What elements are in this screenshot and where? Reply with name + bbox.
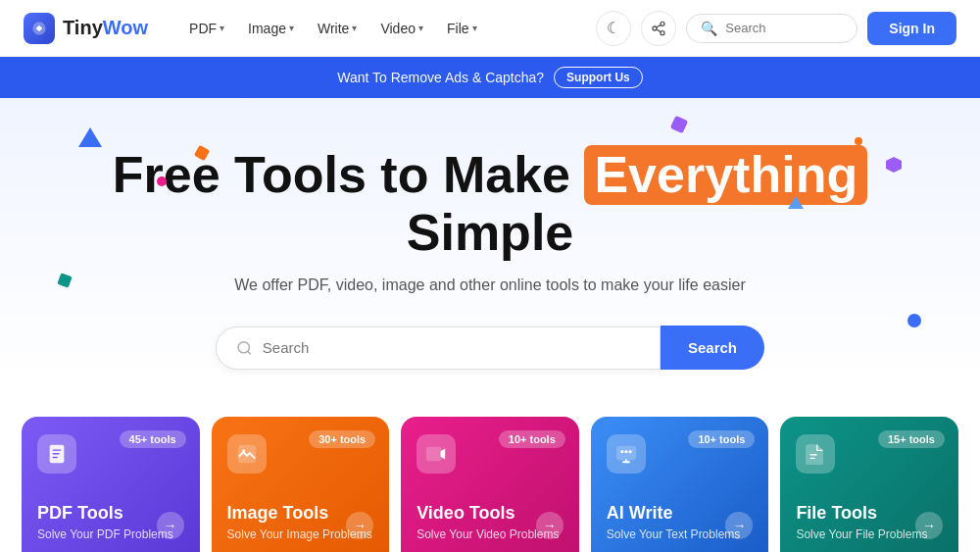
svg-rect-19 [810, 454, 817, 455]
card-file-icon [796, 434, 835, 474]
deco-circle-3 [907, 314, 921, 327]
svg-rect-11 [52, 457, 58, 458]
svg-point-6 [238, 342, 249, 353]
card-pdf[interactable]: 45+ tools PDF Tools Solve Your PDF Probl… [22, 417, 200, 552]
nav-item-video[interactable]: Video▾ [370, 15, 433, 42]
deco-circle-1 [157, 176, 167, 186]
support-button[interactable]: Support Us [554, 67, 643, 88]
deco-triangle-1 [78, 127, 102, 147]
svg-point-3 [661, 30, 664, 34]
dark-mode-button[interactable]: ☾ [596, 11, 631, 46]
hero-subtitle: We offer PDF, video, image and other onl… [24, 276, 956, 294]
logo-icon [24, 13, 55, 44]
card-pdf-arrow: → [157, 512, 184, 539]
svg-rect-10 [52, 453, 59, 454]
nav-items: PDF▾ Image▾ Write▾ Video▾ File▾ [179, 15, 596, 42]
card-ai-top: 10+ tools AI Write Solve Your Text Probl… [591, 417, 769, 552]
svg-rect-9 [52, 450, 61, 451]
nav-item-file[interactable]: File▾ [437, 15, 487, 42]
card-pdf-icon [37, 434, 76, 474]
card-image-top: 30+ tools Image Tools Solve Your Image P… [212, 417, 390, 552]
card-image[interactable]: 30+ tools Image Tools Solve Your Image P… [212, 417, 390, 552]
card-image-icon [227, 434, 267, 474]
card-ai-icon [607, 434, 646, 474]
hero-search-icon [236, 339, 253, 357]
header-search-input[interactable] [725, 21, 843, 35]
svg-rect-18 [629, 451, 632, 454]
card-video-icon [416, 434, 456, 474]
header-search-box[interactable]: 🔍 [686, 14, 858, 43]
deco-circle-2 [855, 137, 862, 145]
svg-rect-14 [427, 448, 441, 461]
card-ai-badge: 10+ tools [688, 430, 755, 448]
nav-right: ☾ 🔍 Sign In [596, 11, 956, 46]
hero-search-button[interactable]: Search [661, 326, 764, 370]
promo-banner: Want To Remove Ads & Captcha? Support Us [0, 57, 980, 98]
nav-item-image[interactable]: Image▾ [238, 15, 304, 42]
card-video-top: 10+ tools Video Tools Solve Your Video P… [401, 417, 579, 552]
card-video-badge: 10+ tools [499, 430, 565, 448]
svg-point-2 [653, 26, 657, 30]
signin-button[interactable]: Sign In [867, 12, 956, 45]
card-video[interactable]: 10+ tools Video Tools Solve Your Video P… [401, 417, 579, 552]
svg-line-4 [657, 29, 662, 32]
deco-triangle-2 [788, 196, 804, 209]
hero-search-box[interactable] [216, 326, 661, 370]
card-file[interactable]: 15+ tools File Tools Solve Your File Pro… [780, 417, 958, 552]
hero-section: Free Tools to Make Everything Simple We … [0, 98, 980, 389]
svg-rect-16 [620, 451, 623, 454]
hero-title-end: Simple [407, 204, 574, 261]
nav-item-pdf[interactable]: PDF▾ [179, 15, 234, 42]
card-pdf-badge: 45+ tools [120, 430, 186, 448]
svg-rect-20 [810, 458, 816, 459]
hero-title-start: Free Tools to Make [113, 146, 570, 203]
svg-point-1 [661, 22, 664, 25]
card-file-top: 15+ tools File Tools Solve Your File Pro… [780, 417, 958, 552]
hero-search-form: Search [216, 326, 764, 370]
svg-line-5 [657, 25, 662, 27]
banner-text: Want To Remove Ads & Captcha? [337, 70, 544, 85]
svg-rect-17 [624, 451, 627, 454]
share-button[interactable] [641, 11, 676, 46]
search-icon: 🔍 [701, 21, 717, 36]
hero-search-input[interactable] [263, 339, 640, 356]
logo-text: TinyWow [63, 17, 148, 39]
hero-title-highlight: Everything [584, 145, 867, 205]
nav-item-write[interactable]: Write▾ [308, 15, 367, 42]
card-file-badge: 15+ tools [878, 430, 945, 448]
card-video-arrow: → [536, 512, 564, 539]
tools-cards-section: 45+ tools PDF Tools Solve Your PDF Probl… [0, 389, 980, 552]
deco-square-2 [670, 116, 689, 134]
navbar: TinyWow PDF▾ Image▾ Write▾ Video▾ File▾ … [0, 0, 980, 57]
hero-title: Free Tools to Make Everything Simple [24, 145, 956, 261]
logo[interactable]: TinyWow [24, 13, 148, 44]
card-image-badge: 30+ tools [309, 430, 375, 448]
card-ai[interactable]: 10+ tools AI Write Solve Your Text Probl… [591, 417, 769, 552]
card-pdf-top: 45+ tools PDF Tools Solve Your PDF Probl… [22, 417, 200, 552]
svg-line-7 [248, 351, 251, 354]
